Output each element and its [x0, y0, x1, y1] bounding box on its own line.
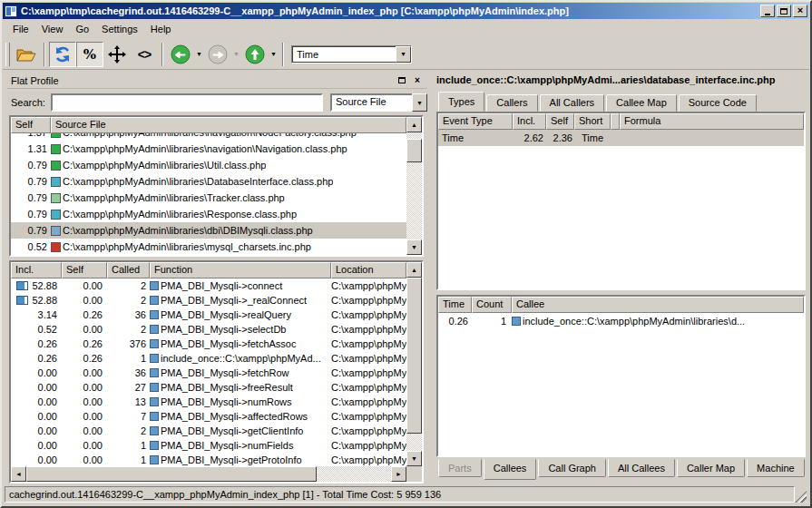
menu-file[interactable]: File — [6, 22, 35, 36]
tab-all-callees[interactable]: All Callees — [608, 459, 675, 477]
column-header-event-type[interactable]: Event Type — [438, 113, 513, 130]
table-row[interactable]: 3.14 0.26 36 PMA_DBI_Mysqli->realQuery C… — [11, 308, 406, 322]
scroll-left-icon[interactable]: ◄ — [11, 466, 26, 482]
function-icon — [150, 426, 159, 435]
column-header-self[interactable]: Self — [546, 113, 574, 130]
scrollbar-thumb[interactable] — [406, 139, 422, 162]
column-header-incl[interactable]: Incl. — [513, 113, 546, 130]
table-row-selected[interactable]: 0.79 C:\xampp\phpMyAdmin\libraries\dbi\D… — [11, 222, 406, 239]
table-row[interactable]: 0.00 0.00 1 PMA_DBI_Mysqli->getProtoInfo… — [11, 453, 406, 466]
column-header-count[interactable]: Count — [472, 297, 512, 313]
scrollbar-thumb[interactable] — [406, 278, 422, 434]
chevron-down-icon[interactable]: ▼ — [412, 93, 427, 112]
tab-source-code[interactable]: Source Code — [679, 94, 757, 112]
column-header-formula[interactable]: Formula — [620, 113, 804, 130]
up-dropdown-arrow[interactable]: ▼ — [269, 42, 279, 67]
column-header-self[interactable]: Self — [62, 262, 107, 278]
table-row[interactable]: 0.00 0.00 1 PMA_DBI_Mysqli->numFields C:… — [11, 438, 406, 453]
table-row[interactable]: 0.00 0.00 7 PMA_DBI_Mysqli->affectedRows… — [11, 409, 406, 424]
horizontal-scrollbar[interactable]: ◄ ► — [11, 466, 406, 482]
table-row[interactable]: 0.00 0.00 27 PMA_DBI_Mysqli->freeResult … — [11, 380, 406, 395]
function-name: PMA_DBI_Mysqli->getProtoInfo — [161, 454, 302, 465]
table-row[interactable]: 0.79 C:\xampp\phpMyAdmin\libraries\Util.… — [11, 157, 406, 173]
back-dropdown-arrow[interactable]: ▼ — [194, 42, 204, 67]
column-header-source-file[interactable]: Source File — [51, 117, 406, 133]
tab-types[interactable]: Types — [438, 92, 484, 112]
toolbar-separator — [44, 43, 45, 66]
chevron-down-icon[interactable]: ▼ — [396, 46, 411, 63]
column-header-called[interactable]: Called — [107, 262, 150, 278]
column-header-location[interactable]: Location — [331, 262, 406, 278]
grouping-combobox[interactable]: Source File ▼ — [330, 93, 427, 112]
menu-go[interactable]: Go — [69, 22, 95, 36]
self-cost: 0.79 — [11, 209, 51, 220]
open-file-button[interactable] — [13, 42, 40, 67]
table-row[interactable]: 0.00 0.00 36 PMA_DBI_Mysqli->fetchRow C:… — [11, 366, 406, 380]
column-header-self[interactable]: Self — [11, 117, 51, 133]
table-row[interactable]: 0.52 C:\xampp\phpMyAdmin\libraries\mysql… — [11, 239, 406, 255]
table-row[interactable]: 0.26 0.26 376 PMA_DBI_Mysqli->fetchAssoc… — [11, 337, 406, 351]
dock-title-bar[interactable]: Flat Profile × — [7, 73, 427, 89]
event-type-combobox[interactable]: Time ▼ — [291, 45, 412, 64]
tab-call-graph[interactable]: Call Graph — [538, 459, 606, 477]
column-header-short[interactable]: Short — [574, 113, 611, 130]
minimize-button[interactable] — [760, 5, 775, 17]
vertical-scrollbar[interactable]: ▲ ▼ — [406, 117, 422, 255]
tab-callers[interactable]: Callers — [486, 94, 537, 112]
dock-close-button[interactable]: × — [411, 74, 424, 86]
self-cost: 0.00 — [62, 382, 107, 393]
self-cost: 0.00 — [62, 411, 107, 422]
self-cost: 0.79 — [11, 225, 51, 236]
toolbar-handle[interactable] — [5, 43, 10, 66]
shorten-templates-button[interactable]: <> — [131, 42, 158, 67]
cycle-groups-button[interactable] — [49, 42, 76, 67]
table-row[interactable]: 0.00 0.00 2 PMA_DBI_Mysqli->getClientInf… — [11, 424, 406, 438]
called-count: 1 — [107, 454, 150, 465]
up-button[interactable] — [241, 42, 269, 67]
search-input[interactable] — [51, 93, 323, 112]
table-row[interactable]: 0.79 C:\xampp\phpMyAdmin\libraries\Datab… — [11, 173, 406, 190]
table-row[interactable]: 0.79 C:\xampp\phpMyAdmin\libraries\Respo… — [11, 206, 406, 222]
tab-caller-map[interactable]: Caller Map — [677, 459, 745, 477]
column-header-callee[interactable]: Callee — [512, 297, 804, 313]
menu-settings[interactable]: Settings — [95, 22, 144, 36]
table-row[interactable]: 0.52 0.00 2 PMA_DBI_Mysqli->selectDb C:\… — [11, 322, 406, 337]
function-name: include_once::C:\xampp\phpMyAd... — [161, 353, 321, 364]
scroll-up-icon[interactable]: ▲ — [406, 117, 422, 132]
column-header-incl[interactable]: Incl. — [11, 262, 62, 278]
dock-float-button[interactable] — [396, 74, 408, 86]
table-row[interactable]: 0.26 1 include_once::C:\xampp\phpMyAdmin… — [438, 313, 804, 329]
scroll-right-icon[interactable]: ► — [391, 466, 406, 482]
table-row[interactable]: 0.00 0.00 13 PMA_DBI_Mysqli->numRows C:\… — [11, 395, 406, 409]
column-header-function[interactable]: Function — [150, 262, 331, 278]
scroll-down-icon[interactable]: ▼ — [406, 239, 422, 255]
back-button[interactable] — [167, 42, 194, 67]
menu-help[interactable]: Help — [144, 22, 178, 36]
scroll-up-icon[interactable]: ▲ — [406, 262, 422, 278]
table-row[interactable]: 0.26 0.26 1 include_once::C:\xampp\phpMy… — [11, 351, 406, 366]
relative-to-parent-button[interactable] — [103, 42, 131, 67]
close-button[interactable]: × — [793, 5, 807, 17]
table-row[interactable]: 52.88 0.00 2 PMA_DBI_Mysqli->_realConnec… — [11, 293, 406, 308]
resize-grip[interactable] — [795, 491, 807, 503]
table-row[interactable]: 0.79 C:\xampp\phpMyAdmin\libraries\Track… — [11, 190, 406, 206]
scrollbar-thumb[interactable] — [26, 466, 317, 482]
tab-all-callers[interactable]: All Callers — [540, 94, 605, 112]
tab-callees[interactable]: Callees — [484, 459, 537, 480]
title-bar[interactable]: C:\xampp\tmp\cachegrind.out.1416463299-C… — [3, 3, 809, 19]
forward-dropdown-arrow[interactable]: ▼ — [231, 42, 241, 67]
maximize-button[interactable] — [777, 5, 791, 17]
tab-machine[interactable]: Machine — [747, 459, 805, 477]
called-count: 2 — [107, 324, 150, 335]
relative-percent-button[interactable]: % — [76, 42, 103, 67]
vertical-scrollbar[interactable]: ▲ ▼ — [406, 262, 422, 466]
table-row[interactable]: 1.37 C:\xampp\phpMyAdmin\libraries\navig… — [11, 133, 406, 141]
table-row-selected[interactable]: Time 2.62 2.36 Time — [438, 130, 804, 146]
table-row[interactable]: 52.88 0.00 2 PMA_DBI_Mysqli->connect C:\… — [11, 278, 406, 293]
table-row[interactable]: 1.31 C:\xampp\phpMyAdmin\libraries\navig… — [11, 141, 406, 157]
tab-callee-map[interactable]: Callee Map — [606, 94, 677, 112]
column-header-time[interactable]: Time — [438, 297, 472, 313]
forward-button[interactable] — [204, 42, 231, 67]
scroll-down-icon[interactable]: ▼ — [406, 451, 422, 466]
menu-view[interactable]: View — [35, 22, 70, 36]
